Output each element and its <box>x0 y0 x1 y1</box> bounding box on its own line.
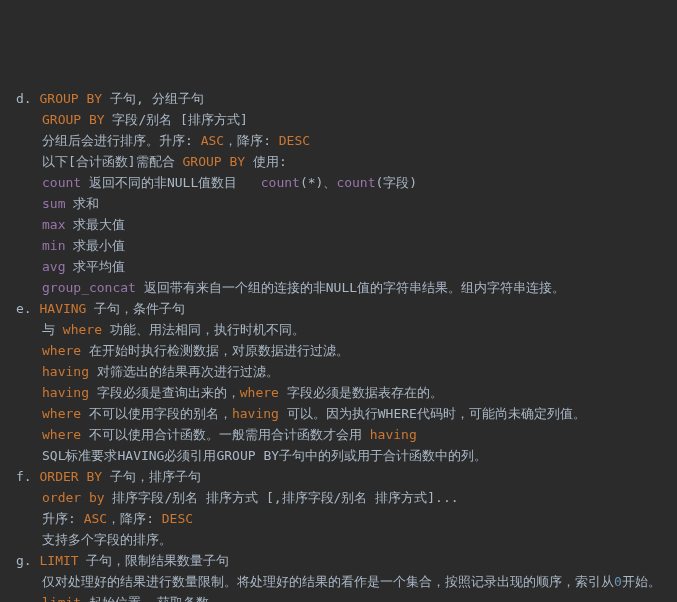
kw-token: DESC <box>279 133 310 148</box>
text-token: g. <box>16 553 39 568</box>
kw-token: HAVING <box>39 301 86 316</box>
kw-token: limit <box>42 595 81 602</box>
fn-token: max <box>42 217 65 232</box>
text-token: 仅对处理好的结果进行数量限制。将处理好的结果的看作是一个集合，按照记录出现的顺序… <box>42 574 614 589</box>
code-line: order by 排序字段/别名 排序方式 [,排序字段/别名 排序方式]... <box>6 487 677 508</box>
code-line: 以下[合计函数]需配合 GROUP BY 使用: <box>6 151 677 172</box>
kw-token: GROUP BY <box>39 91 102 106</box>
fn-token: count <box>336 175 375 190</box>
kw-token: ASC <box>201 133 224 148</box>
text-token: ，降序: <box>107 511 162 526</box>
text-token: 字段必须是数据表存在的。 <box>279 385 443 400</box>
code-line: 与 where 功能、用法相同，执行时机不同。 <box>6 319 677 340</box>
code-line: sum 求和 <box>6 193 677 214</box>
fn-token: min <box>42 238 65 253</box>
text-token: (字段) <box>376 175 418 190</box>
code-line: 仅对处理好的结果进行数量限制。将处理好的结果的看作是一个集合，按照记录出现的顺序… <box>6 571 677 592</box>
text-token <box>81 490 89 505</box>
fn-token: sum <box>42 196 65 211</box>
code-block: d. GROUP BY 子句, 分组子句GROUP BY 字段/别名 [排序方式… <box>6 88 677 602</box>
text-token: 不可以使用合计函数。一般需用合计函数才会用 <box>81 427 370 442</box>
kw-token: having <box>370 427 417 442</box>
text-token: 子句，限制结果数量子句 <box>79 553 230 568</box>
text-token: d. <box>16 91 39 106</box>
text-token: 子句，排序子句 <box>102 469 201 484</box>
text-token: 求最小值 <box>65 238 125 253</box>
text-token: 与 <box>42 322 63 337</box>
fn-token: count <box>42 175 81 190</box>
code-line: GROUP BY 字段/别名 [排序方式] <box>6 109 677 130</box>
kw-token: where <box>42 427 81 442</box>
kw-token: DESC <box>162 511 193 526</box>
kw-token: by <box>89 490 105 505</box>
text-token: 求和 <box>65 196 99 211</box>
code-line: e. HAVING 子句，条件子句 <box>6 298 677 319</box>
code-line: having 字段必须是查询出来的，where 字段必须是数据表存在的。 <box>6 382 677 403</box>
text-token: 可以。因为执行WHERE代码时，可能尚未确定列值。 <box>279 406 586 421</box>
code-line: max 求最大值 <box>6 214 677 235</box>
text-token: e. <box>16 301 39 316</box>
text-token: 求最大值 <box>65 217 125 232</box>
num-token: 0 <box>614 574 622 589</box>
kw-token: order <box>42 490 81 505</box>
code-line: where 不可以使用字段的别名，having 可以。因为执行WHERE代码时，… <box>6 403 677 424</box>
code-line: limit 起始位置, 获取条数 <box>6 592 677 602</box>
text-token: 支持多个字段的排序。 <box>42 532 172 547</box>
fn-token: count <box>261 175 300 190</box>
kw-token: having <box>42 385 89 400</box>
text-token: 对筛选出的结果再次进行过滤。 <box>89 364 279 379</box>
text-token: ，降序: <box>224 133 279 148</box>
text-token: 字段/别名 [排序方式] <box>105 112 248 127</box>
text-token: 排序字段/别名 排序方式 [,排序字段/别名 排序方式]... <box>105 490 459 505</box>
kw-token: where <box>42 343 81 358</box>
code-line: count 返回不同的非NULL值数目 count(*)、count(字段) <box>6 172 677 193</box>
code-line: where 在开始时执行检测数据，对原数据进行过滤。 <box>6 340 677 361</box>
text-token: 子句，条件子句 <box>86 301 185 316</box>
text-token: 以下[合计函数]需配合 <box>42 154 182 169</box>
kw-token: where <box>240 385 279 400</box>
text-token: 功能、用法相同，执行时机不同。 <box>102 322 305 337</box>
code-line: min 求最小值 <box>6 235 677 256</box>
text-token: 子句, 分组子句 <box>102 91 203 106</box>
kw-token: LIMIT <box>39 553 78 568</box>
kw-token: GROUP BY <box>182 154 245 169</box>
text-token: 开始。 <box>622 574 661 589</box>
code-line: group_concat 返回带有来自一个组的连接的非NULL值的字符串结果。组… <box>6 277 677 298</box>
text-token: f. <box>16 469 39 484</box>
code-line: f. ORDER BY 子句，排序子句 <box>6 466 677 487</box>
kw-token: having <box>232 406 279 421</box>
text-token: 返回带有来自一个组的连接的非NULL值的字符串结果。组内字符串连接。 <box>136 280 565 295</box>
kw-token: GROUP BY <box>42 112 105 127</box>
fn-token: group_concat <box>42 280 136 295</box>
text-token: 求平均值 <box>65 259 125 274</box>
text-token: 升序: <box>42 511 84 526</box>
code-line: SQL标准要求HAVING必须引用GROUP BY子句中的列或用于合计函数中的列… <box>6 445 677 466</box>
code-line: having 对筛选出的结果再次进行过滤。 <box>6 361 677 382</box>
kw-token: where <box>63 322 102 337</box>
kw-token: ORDER BY <box>39 469 102 484</box>
kw-token: where <box>42 406 81 421</box>
code-line: 升序: ASC，降序: DESC <box>6 508 677 529</box>
kw-token: ASC <box>84 511 107 526</box>
fn-token: avg <box>42 259 65 274</box>
text-token: 在开始时执行检测数据，对原数据进行过滤。 <box>81 343 349 358</box>
text-token: 使用: <box>245 154 287 169</box>
code-line: avg 求平均值 <box>6 256 677 277</box>
code-line: g. LIMIT 子句，限制结果数量子句 <box>6 550 677 571</box>
text-token: 分组后会进行排序。升序: <box>42 133 201 148</box>
text-token: 字段必须是查询出来的， <box>89 385 240 400</box>
code-line: 支持多个字段的排序。 <box>6 529 677 550</box>
code-line: where 不可以使用合计函数。一般需用合计函数才会用 having <box>6 424 677 445</box>
text-token: 返回不同的非NULL值数目 <box>81 175 261 190</box>
text-token: SQL标准要求HAVING必须引用GROUP BY子句中的列或用于合计函数中的列… <box>42 448 487 463</box>
kw-token: having <box>42 364 89 379</box>
code-line: 分组后会进行排序。升序: ASC，降序: DESC <box>6 130 677 151</box>
text-token: 不可以使用字段的别名， <box>81 406 232 421</box>
text-token: (*)、 <box>300 175 336 190</box>
text-token: 起始位置, 获取条数 <box>81 595 208 602</box>
code-line: d. GROUP BY 子句, 分组子句 <box>6 88 677 109</box>
